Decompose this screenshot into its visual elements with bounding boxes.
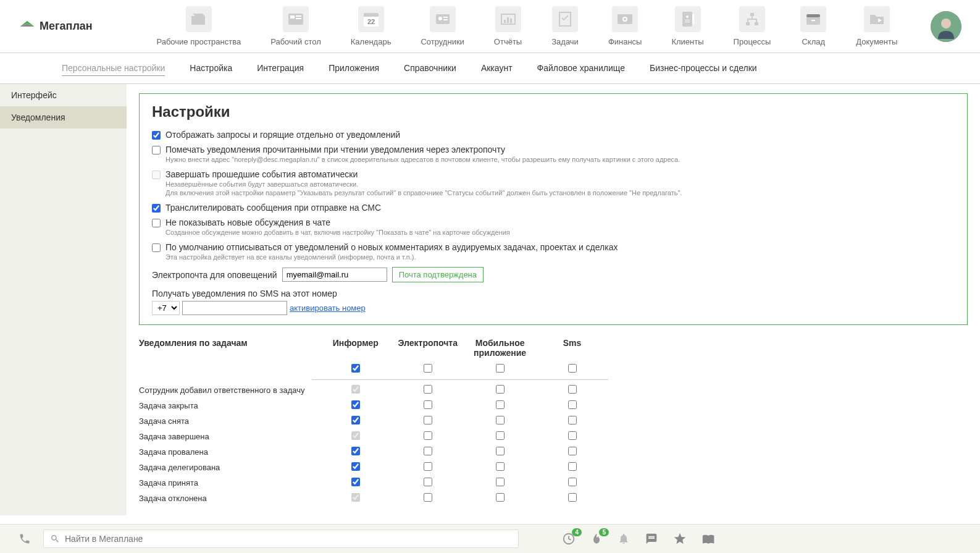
phone-input[interactable] xyxy=(182,301,287,315)
notif-checkbox[interactable] xyxy=(568,416,577,424)
nav-label: Сотрудники xyxy=(421,37,464,46)
nav-warehouse[interactable]: Склад xyxy=(800,6,826,46)
svg-rect-14 xyxy=(510,19,512,23)
subnav-settings[interactable]: Настройка xyxy=(190,61,232,76)
notif-checkbox[interactable] xyxy=(568,385,577,394)
check-cell xyxy=(319,400,392,411)
svg-point-21 xyxy=(686,15,689,18)
notif-checkbox[interactable] xyxy=(351,478,360,486)
phone-prefix-select[interactable]: +7 xyxy=(152,301,180,315)
notif-checkbox[interactable] xyxy=(424,462,432,471)
setting-check-1[interactable] xyxy=(152,131,161,140)
notif-checkbox[interactable] xyxy=(351,416,360,424)
nav-tasks[interactable]: Задачи xyxy=(551,6,579,46)
check-cell xyxy=(392,416,464,426)
svg-rect-29 xyxy=(811,20,815,21)
nav-label: Финансы xyxy=(608,37,642,46)
notif-checkbox[interactable] xyxy=(351,462,360,471)
notif-checkbox[interactable] xyxy=(568,493,577,502)
notif-checkbox[interactable] xyxy=(424,447,432,455)
subnav-bp[interactable]: Бизнес-процессы и сделки xyxy=(650,61,757,76)
notif-checkbox[interactable] xyxy=(568,364,577,373)
setting-check-6[interactable] xyxy=(152,243,161,252)
notif-checkbox[interactable] xyxy=(424,478,432,486)
setting-check-4[interactable] xyxy=(152,204,161,213)
notif-checkbox[interactable] xyxy=(496,478,505,486)
nav-desktop[interactable]: Рабочий стол xyxy=(270,6,321,46)
notif-checkbox[interactable] xyxy=(496,364,505,373)
row-label: Задача завершена xyxy=(139,432,319,441)
notif-checkbox[interactable] xyxy=(568,400,577,409)
notif-checkbox[interactable] xyxy=(351,400,360,409)
subnav-account[interactable]: Аккаунт xyxy=(481,61,513,76)
activate-number-link[interactable]: активировать номер xyxy=(290,303,366,313)
col-header: Sms xyxy=(536,338,608,358)
top-nav: Мегаплан Рабочие пространства Рабочий ст… xyxy=(0,0,980,53)
subnav-storage[interactable]: Файловое хранилище xyxy=(537,61,625,76)
email-input[interactable] xyxy=(282,268,387,282)
check-cell xyxy=(464,400,536,411)
check-cell xyxy=(536,431,608,442)
notif-checkbox[interactable] xyxy=(496,447,505,455)
subnav-integration[interactable]: Интеграция xyxy=(257,61,304,76)
sidebar-interface[interactable]: Интерфейс xyxy=(0,84,127,106)
nav-clients[interactable]: Клиенты xyxy=(671,6,703,46)
nav-workspaces[interactable]: Рабочие пространства xyxy=(156,6,241,46)
nav-label: Рабочие пространства xyxy=(156,37,241,46)
notif-checkbox[interactable] xyxy=(351,364,360,373)
nav-documents[interactable]: Документы xyxy=(856,6,897,46)
notif-checkbox xyxy=(351,385,360,394)
notif-checkbox[interactable] xyxy=(424,493,432,502)
row-label: Задача принята xyxy=(139,478,319,488)
setting-hint: Созданное обсуждение можно добавить в ча… xyxy=(165,229,955,236)
notif-checkbox[interactable] xyxy=(568,431,577,440)
notif-checkbox[interactable] xyxy=(424,364,432,373)
setting-hint: Эта настройка действует на все каналы ув… xyxy=(165,253,955,261)
setting-check-5[interactable] xyxy=(152,219,161,227)
sidebar-notifications[interactable]: Уведомления xyxy=(0,106,127,129)
svg-rect-26 xyxy=(755,22,758,25)
notif-checkbox[interactable] xyxy=(496,462,505,471)
nav-calendar[interactable]: 22Календарь xyxy=(351,6,392,46)
nav-employees[interactable]: Сотрудники xyxy=(421,6,464,46)
subnav-apps[interactable]: Приложения xyxy=(329,61,379,76)
row-label: Задача отклонена xyxy=(139,494,319,503)
notif-checkbox[interactable] xyxy=(424,385,432,394)
nav-label: Задачи xyxy=(551,37,579,46)
check-cell xyxy=(464,478,536,488)
user-avatar[interactable] xyxy=(931,11,961,42)
notif-checkbox[interactable] xyxy=(424,400,432,409)
logo[interactable]: Мегаплан xyxy=(19,18,93,35)
notif-checkbox[interactable] xyxy=(568,462,577,471)
row-label: Задача закрыта xyxy=(139,401,319,410)
notif-checkbox[interactable] xyxy=(496,431,505,440)
setting-label: Транслителировать сообщения при отправке… xyxy=(165,203,381,213)
col-header: Информер xyxy=(319,338,392,358)
nav-finance[interactable]: Финансы xyxy=(608,6,642,46)
notif-checkbox[interactable] xyxy=(351,447,360,455)
check-cell xyxy=(536,364,608,374)
nav-processes[interactable]: Процессы xyxy=(734,6,771,46)
notif-checkbox[interactable] xyxy=(424,416,432,424)
notif-checkbox[interactable] xyxy=(496,385,505,394)
subnav-personal[interactable]: Персональные настройки xyxy=(62,61,165,76)
page-title: Настройки xyxy=(152,103,955,120)
notif-checkbox[interactable] xyxy=(496,400,505,409)
setting-label: Отображать запросы и горящие отдельно от… xyxy=(165,130,400,140)
nav-reports[interactable]: Отчёты xyxy=(494,6,522,46)
subnav-refs[interactable]: Справочники xyxy=(404,61,456,76)
check-cell xyxy=(464,431,536,442)
check-cell xyxy=(536,447,608,457)
setting-check-2[interactable] xyxy=(152,146,161,154)
notif-checkbox[interactable] xyxy=(496,416,505,424)
sidebar: Интерфейс Уведомления xyxy=(0,84,127,515)
notif-checkbox[interactable] xyxy=(568,478,577,486)
notif-checkbox[interactable] xyxy=(568,447,577,455)
clients-icon xyxy=(675,6,701,32)
notif-checkbox[interactable] xyxy=(496,493,505,502)
nav-label: Календарь xyxy=(351,37,392,46)
setting-row: Отображать запросы и горящие отдельно от… xyxy=(152,130,955,140)
notif-checkbox[interactable] xyxy=(424,431,432,440)
email-confirmed-badge: Почта подтверждена xyxy=(392,267,484,282)
workspaces-icon xyxy=(186,6,212,32)
